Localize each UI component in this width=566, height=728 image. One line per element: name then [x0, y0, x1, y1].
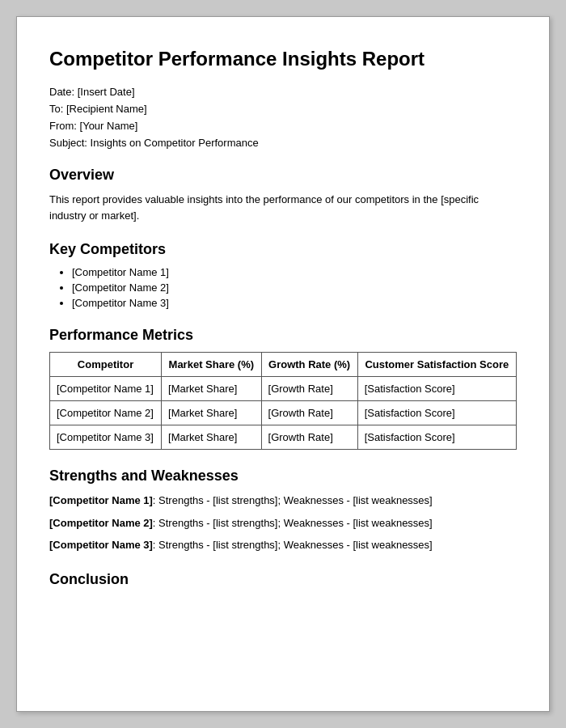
- col-header-competitor: Competitor: [50, 353, 162, 377]
- table-row: [Competitor Name 1] [Market Share] [Grow…: [50, 377, 517, 401]
- col-header-growth-rate: Growth Rate (%): [261, 353, 357, 377]
- row3-market-share: [Market Share]: [162, 425, 261, 450]
- sw-text-1: : Strengths - [list strengths]; Weakness…: [153, 494, 433, 506]
- row1-growth-rate: [Growth Rate]: [261, 377, 357, 401]
- conclusion-heading: Conclusion: [49, 571, 517, 588]
- list-item: [Competitor Name 2]: [72, 281, 517, 294]
- sw-entry-2: [Competitor Name 2]: Strengths - [list s…: [49, 515, 517, 531]
- performance-table: Competitor Market Share (%) Growth Rate …: [49, 352, 517, 450]
- meta-from: From: [Your Name]: [49, 120, 517, 132]
- key-competitors-list: [Competitor Name 1] [Competitor Name 2] …: [49, 266, 517, 309]
- list-item: [Competitor Name 1]: [72, 266, 517, 278]
- col-header-market-share: Market Share (%): [162, 353, 261, 377]
- row3-satisfaction: [Satisfaction Score]: [357, 425, 516, 450]
- meta-to: To: [Recipient Name]: [49, 103, 517, 115]
- sw-text-3: : Strengths - [list strengths]; Weakness…: [153, 539, 433, 551]
- meta-subject: Subject: Insights on Competitor Performa…: [49, 137, 517, 149]
- sw-entry-3: [Competitor Name 3]: Strengths - [list s…: [49, 537, 517, 553]
- table-row: [Competitor Name 2] [Market Share] [Grow…: [50, 401, 517, 425]
- list-item: [Competitor Name 3]: [72, 297, 517, 309]
- row2-growth-rate: [Growth Rate]: [261, 401, 357, 425]
- row3-name: [Competitor Name 3]: [50, 425, 162, 450]
- sw-name-1: [Competitor Name 1]: [49, 494, 153, 506]
- sw-name-3: [Competitor Name 3]: [49, 539, 153, 551]
- table-row: [Competitor Name 3] [Market Share] [Grow…: [50, 425, 517, 450]
- col-header-satisfaction: Customer Satisfaction Score: [357, 353, 516, 377]
- report-title: Competitor Performance Insights Report: [49, 46, 517, 71]
- row1-name: [Competitor Name 1]: [50, 377, 162, 401]
- row1-satisfaction: [Satisfaction Score]: [357, 377, 516, 401]
- row3-growth-rate: [Growth Rate]: [261, 425, 357, 450]
- meta-date: Date: [Insert Date]: [49, 86, 517, 98]
- sw-text-2: : Strengths - [list strengths]; Weakness…: [153, 517, 433, 529]
- report-page: Competitor Performance Insights Report D…: [16, 16, 550, 712]
- row1-market-share: [Market Share]: [162, 377, 261, 401]
- row2-name: [Competitor Name 2]: [50, 401, 162, 425]
- sw-name-2: [Competitor Name 2]: [49, 517, 153, 529]
- performance-metrics-heading: Performance Metrics: [49, 327, 517, 344]
- strengths-weaknesses-heading: Strengths and Weaknesses: [49, 468, 517, 485]
- overview-heading: Overview: [49, 167, 517, 184]
- overview-text: This report provides valuable insights i…: [49, 192, 517, 223]
- row2-satisfaction: [Satisfaction Score]: [357, 401, 516, 425]
- key-competitors-heading: Key Competitors: [49, 241, 517, 258]
- row2-market-share: [Market Share]: [162, 401, 261, 425]
- sw-entry-1: [Competitor Name 1]: Strengths - [list s…: [49, 493, 517, 509]
